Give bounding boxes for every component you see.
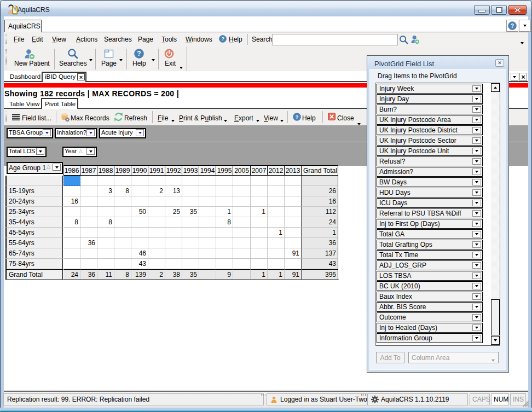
svg-text:?: ? — [295, 114, 298, 120]
svg-text:?: ? — [221, 36, 224, 42]
svg-text:?: ? — [137, 50, 141, 57]
svg-text:?: ? — [511, 22, 514, 29]
